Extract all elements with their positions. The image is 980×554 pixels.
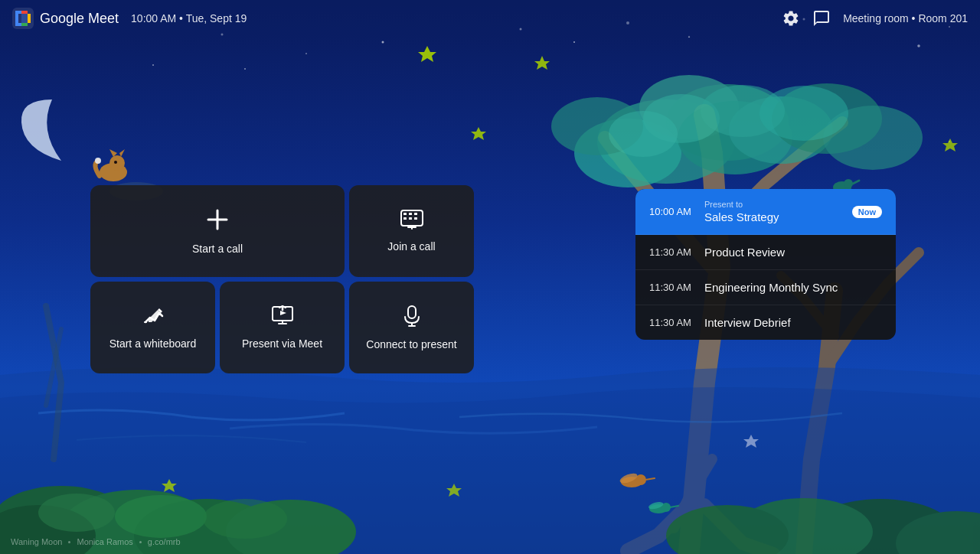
svg-rect-69 <box>403 213 407 215</box>
svg-rect-64 <box>28 14 31 23</box>
svg-point-13 <box>152 64 154 66</box>
present-via-meet-button[interactable]: Present via Meet <box>220 282 345 373</box>
svg-point-25 <box>609 111 678 157</box>
connect-to-present-label: Connect to present <box>366 338 456 350</box>
separator-1 <box>68 541 70 543</box>
svg-point-4 <box>573 41 575 43</box>
svg-point-34 <box>95 158 101 164</box>
separator-2 <box>139 541 142 543</box>
svg-rect-62 <box>21 11 28 14</box>
calendar-event-0[interactable]: 10:00 AM Present to Sales Strategy Now <box>635 189 896 235</box>
cal-time-0: 10:00 AM <box>649 206 704 217</box>
cal-info-1: Product Review <box>704 246 882 259</box>
app-name: Google Meet <box>40 11 119 27</box>
svg-rect-73 <box>409 217 412 220</box>
start-whiteboard-button[interactable]: Start a whiteboard <box>90 282 215 373</box>
svg-point-43 <box>203 499 287 539</box>
svg-point-11 <box>305 53 307 54</box>
cal-title-0: Sales Strategy <box>704 210 846 223</box>
cal-info-2: Engineering Monthly Sync <box>704 281 882 294</box>
bottom-info: Waning Moon Monica Ramos g.co/mrb <box>11 537 181 546</box>
cal-time-3: 11:30 AM <box>649 317 704 328</box>
meeting-room-label: Meeting room • Room 201 <box>843 12 968 24</box>
theme-name: Waning Moon <box>11 537 62 546</box>
google-meet-icon <box>12 8 34 29</box>
cal-time-2: 11:30 AM <box>649 282 704 293</box>
feedback-icon[interactable] <box>812 9 831 28</box>
cal-title-1: Product Review <box>704 246 882 259</box>
cal-time-1: 11:30 AM <box>649 246 704 258</box>
calendar-event-2[interactable]: 11:30 AM Engineering Monthly Sync <box>635 270 896 305</box>
svg-point-33 <box>114 161 117 164</box>
start-call-icon <box>205 207 230 235</box>
present-via-meet-label: Present via Meet <box>242 337 322 350</box>
svg-point-12 <box>382 41 384 44</box>
svg-rect-81 <box>408 306 416 318</box>
topbar: Google Meet 10:00 AM • Tue, Sept 19 Meet… <box>0 0 980 37</box>
present-icon <box>271 305 294 330</box>
start-whiteboard-label: Start a whiteboard <box>109 337 197 350</box>
cal-present-to-0: Present to <box>704 200 846 209</box>
svg-rect-74 <box>414 217 417 220</box>
svg-point-28 <box>844 179 853 188</box>
svg-point-2 <box>244 68 246 70</box>
svg-point-42 <box>115 495 207 538</box>
start-call-label: Start a call <box>192 243 243 255</box>
svg-rect-63 <box>21 23 28 26</box>
settings-icon[interactable] <box>782 9 800 28</box>
cal-info-3: Interview Debrief <box>704 316 882 329</box>
svg-rect-70 <box>409 213 412 215</box>
cal-title-2: Engineering Monthly Sync <box>704 281 882 294</box>
svg-point-26 <box>760 86 848 141</box>
topbar-datetime: 10:00 AM • Tue, Sept 19 <box>131 12 247 24</box>
svg-point-8 <box>917 44 920 47</box>
svg-rect-71 <box>414 213 417 215</box>
cal-now-badge-0: Now <box>852 206 882 218</box>
action-grid: Start a call Join a call <box>90 185 474 373</box>
calendar-event-1[interactable]: 11:30 AM Product Review <box>635 235 896 270</box>
svg-point-30 <box>109 155 125 171</box>
app-logo: Google Meet <box>12 8 119 29</box>
cal-info-0: Present to Sales Strategy <box>704 200 846 223</box>
whiteboard-icon <box>142 305 164 330</box>
svg-rect-72 <box>403 217 407 220</box>
connect-to-present-button[interactable]: Connect to present <box>349 282 474 373</box>
join-call-label: Join a call <box>387 240 435 253</box>
artist-name: Monica Ramos <box>77 537 132 546</box>
topbar-actions: Meeting room • Room 201 <box>782 9 968 28</box>
artist-link[interactable]: g.co/mrb <box>148 537 181 546</box>
svg-rect-65 <box>21 14 28 23</box>
join-call-button[interactable]: Join a call <box>349 185 474 277</box>
start-call-button[interactable]: Start a call <box>90 185 345 277</box>
join-call-icon <box>400 210 423 233</box>
cal-title-3: Interview Debrief <box>704 316 882 329</box>
calendar-panel: 10:00 AM Present to Sales Strategy Now 1… <box>635 189 896 340</box>
svg-point-41 <box>38 494 115 532</box>
calendar-event-3[interactable]: 11:30 AM Interview Debrief <box>635 305 896 340</box>
connect-icon <box>401 305 423 331</box>
